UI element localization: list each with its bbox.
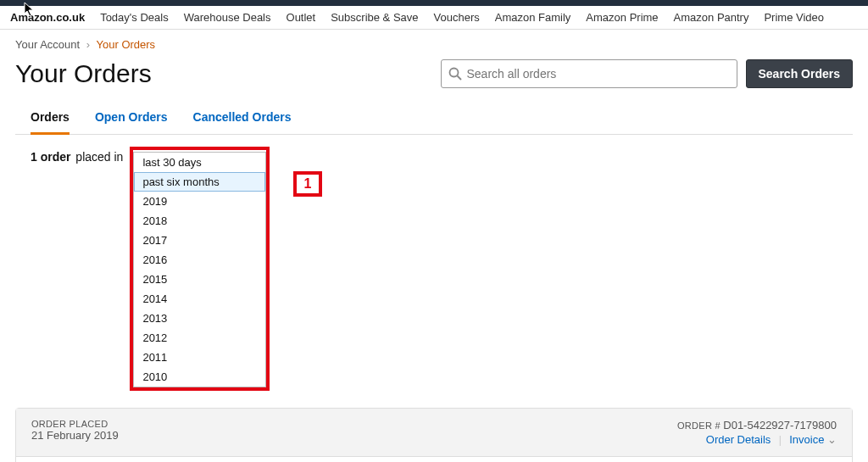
search-input[interactable]: [467, 67, 730, 81]
subnav-link[interactable]: Today's Deals: [100, 11, 169, 24]
order-number-value: D01-5422927-7179800: [723, 419, 837, 431]
breadcrumb: Your Account › Your Orders: [0, 30, 868, 53]
dd-option[interactable]: 2010: [134, 367, 265, 387]
order-count: 1 order: [31, 150, 70, 164]
subnav-link[interactable]: Amazon Pantry: [674, 11, 749, 24]
dd-option[interactable]: 2012: [134, 328, 265, 348]
order-header: ORDER PLACED 21 February 2019 ORDER # D0…: [16, 409, 852, 457]
svg-point-0: [449, 69, 458, 77]
search-icon: [448, 67, 462, 81]
dd-option[interactable]: 2011: [134, 348, 265, 367]
annotation-callout-1: 1: [293, 171, 322, 197]
placed-in-text: placed in: [75, 150, 123, 164]
subnav-link[interactable]: Prime Video: [764, 11, 824, 24]
tab-orders[interactable]: Orders: [31, 103, 70, 135]
breadcrumb-current: Your Orders: [97, 38, 156, 51]
tab-cancelled-orders[interactable]: Cancelled Orders: [193, 103, 292, 134]
subnav: Amazon.co.uk Today's Deals Warehouse Dea…: [0, 6, 868, 30]
search-orders-button[interactable]: Search Orders: [746, 59, 854, 88]
subnav-link[interactable]: Amazon Prime: [586, 11, 658, 24]
dd-option[interactable]: 2015: [134, 270, 265, 289]
invoice-link[interactable]: Invoice ⌄: [789, 433, 837, 446]
top-dark-bar: [0, 0, 868, 6]
tab-open-orders[interactable]: Open Orders: [95, 103, 168, 134]
order-placed-value: 21 February 2019: [31, 429, 119, 442]
subnav-link[interactable]: Subscribe & Save: [331, 11, 418, 24]
order-placed-label: ORDER PLACED: [31, 419, 119, 429]
dd-option[interactable]: 2019: [134, 192, 265, 211]
dd-option[interactable]: 2013: [134, 309, 265, 328]
subnav-link[interactable]: Outlet: [287, 11, 316, 24]
dd-option[interactable]: 2017: [134, 231, 265, 250]
breadcrumb-account[interactable]: Your Account: [15, 38, 80, 51]
search-box[interactable]: [441, 59, 737, 88]
subnav-link[interactable]: Warehouse Deals: [184, 11, 271, 24]
dd-option[interactable]: 2014: [134, 289, 265, 309]
order-card: ORDER PLACED 21 February 2019 ORDER # D0…: [15, 408, 853, 462]
filter-row: 1 order placed in last 30 days past six …: [15, 135, 853, 403]
order-details-link[interactable]: Order Details: [706, 433, 771, 446]
dd-option[interactable]: last 30 days: [134, 153, 265, 172]
timeframe-dropdown[interactable]: last 30 days past six months 2019 2018 2…: [130, 147, 270, 391]
chevron-down-icon: ⌄: [827, 433, 837, 446]
page-title: Your Orders: [15, 59, 152, 88]
dd-option[interactable]: 2018: [134, 211, 265, 231]
order-tabs: Orders Open Orders Cancelled Orders: [15, 103, 853, 135]
subnav-link[interactable]: Vouchers: [434, 11, 480, 24]
subnav-link[interactable]: Amazon Family: [495, 11, 571, 24]
site-name[interactable]: Amazon.co.uk: [10, 11, 85, 24]
svg-line-1: [457, 76, 461, 81]
dd-option-selected[interactable]: past six months: [134, 172, 265, 192]
breadcrumb-sep: ›: [86, 38, 90, 51]
dd-option[interactable]: 2016: [134, 250, 265, 270]
order-number-label: ORDER #: [677, 420, 721, 431]
